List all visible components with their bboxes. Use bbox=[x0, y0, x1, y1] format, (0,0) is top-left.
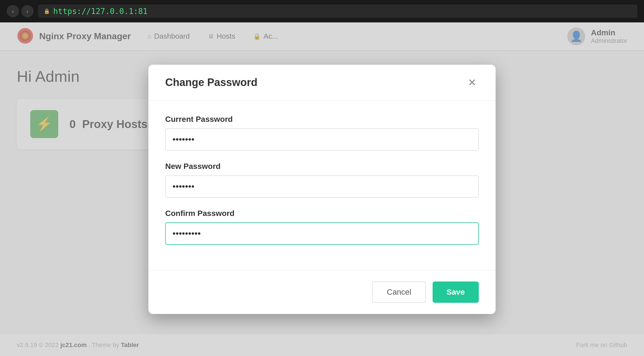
current-password-label: Current Password bbox=[165, 115, 479, 124]
current-password-group: Current Password bbox=[165, 115, 479, 151]
address-bar[interactable]: 🔒 https://127.0.0.1:81 bbox=[38, 4, 637, 18]
back-button[interactable]: ‹ bbox=[7, 5, 19, 17]
browser-navigation: ‹ › bbox=[7, 5, 34, 17]
modal-footer: Cancel Save bbox=[148, 270, 496, 314]
new-password-group: New Password bbox=[165, 162, 479, 198]
change-password-modal: Change Password ✕ Current Password New P… bbox=[148, 65, 496, 314]
confirm-password-group: Confirm Password bbox=[165, 209, 479, 245]
cancel-button[interactable]: Cancel bbox=[372, 281, 426, 303]
new-password-input[interactable] bbox=[165, 175, 479, 198]
current-password-input[interactable] bbox=[165, 128, 479, 151]
confirm-password-input[interactable] bbox=[165, 222, 479, 245]
modal-body: Current Password New Password Confirm Pa… bbox=[148, 101, 496, 270]
app-container: Nginx Proxy Manager ⌂ Dashboard 🖥 Hosts … bbox=[0, 22, 644, 356]
modal-close-button[interactable]: ✕ bbox=[465, 76, 479, 89]
browser-chrome: ‹ › 🔒 https://127.0.0.1:81 bbox=[0, 0, 644, 22]
save-button[interactable]: Save bbox=[433, 281, 479, 303]
lock-icon: 🔒 bbox=[44, 8, 50, 14]
modal-overlay: Change Password ✕ Current Password New P… bbox=[0, 22, 644, 356]
confirm-password-label: Confirm Password bbox=[165, 209, 479, 218]
modal-header: Change Password ✕ bbox=[148, 65, 496, 101]
url-text: https://127.0.0.1:81 bbox=[53, 7, 148, 16]
new-password-label: New Password bbox=[165, 162, 479, 171]
modal-title: Change Password bbox=[165, 76, 257, 89]
forward-button[interactable]: › bbox=[21, 5, 34, 17]
